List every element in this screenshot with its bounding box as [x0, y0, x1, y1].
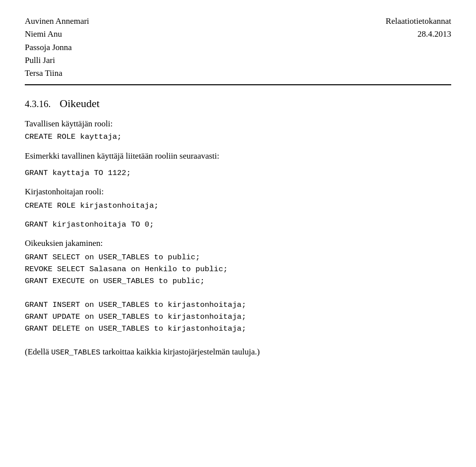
- authors-block: Auvinen Annemari Niemi Anu Passoja Jonna…: [25, 15, 89, 80]
- jakaminen-code: GRANT SELECT on USER_TABLES to public; R…: [25, 251, 451, 335]
- tavallinen-label: Tavallisen käyttäjän rooli:: [25, 119, 451, 129]
- footer-note-after: tarkoittaa kaikkia kirjastojärjestelmän …: [100, 347, 259, 356]
- author-2: Niemi Anu: [25, 28, 89, 41]
- author-4: Pulli Jari: [25, 54, 89, 67]
- footer-note-before: (Edellä: [25, 347, 51, 356]
- tavallinen-code: CREATE ROLE kayttaja;: [25, 131, 451, 143]
- author-5: Tersa Tiina: [25, 67, 89, 80]
- esimerkki-text: Esimerkki tavallinen käyttäjä liitetään …: [25, 150, 451, 163]
- kirjastonhoitaja-label: Kirjastonhoitajan rooli:: [25, 187, 451, 197]
- section-number: 4.3.16.: [25, 99, 51, 110]
- author-1: Auvinen Annemari: [25, 15, 89, 28]
- course-title: Relaatiotietokannat: [386, 15, 451, 28]
- header-divider: [25, 84, 451, 85]
- author-3: Passoja Jonna: [25, 41, 89, 54]
- content-area: Tavallisen käyttäjän rooli: CREATE ROLE …: [25, 119, 451, 359]
- section-title: Oikeudet: [60, 97, 100, 110]
- footer-note-code: USER_TABLES: [51, 349, 100, 357]
- header: Auvinen Annemari Niemi Anu Passoja Jonna…: [25, 15, 451, 80]
- course-date-block: Relaatiotietokannat 28.4.2013: [386, 15, 451, 41]
- date: 28.4.2013: [386, 28, 451, 41]
- jakaminen-label: Oikeuksien jakaminen:: [25, 238, 451, 248]
- esimerkki-code: GRANT kayttaja TO 1122;: [25, 167, 451, 179]
- footer-note: (Edellä USER_TABLES tarkoittaa kaikkia k…: [25, 346, 451, 359]
- kirjastonhoitaja-code1: CREATE ROLE kirjastonhoitaja;: [25, 200, 451, 212]
- kirjastonhoitaja-code2: GRANT kirjastonhoitaja TO 0;: [25, 219, 451, 231]
- section-heading: 4.3.16. Oikeudet: [25, 97, 451, 110]
